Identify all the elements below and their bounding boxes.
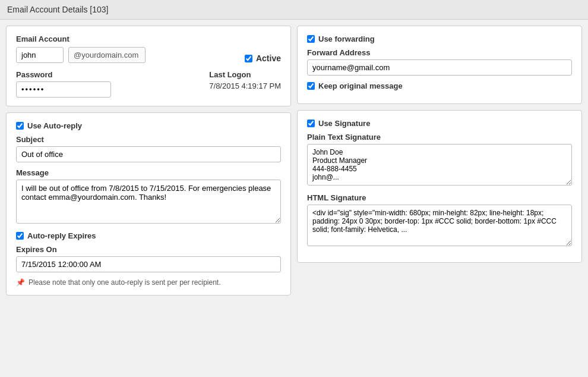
expires-on-label: Expires On xyxy=(16,245,281,254)
email-username-input[interactable] xyxy=(16,47,64,63)
html-sig-textarea[interactable]: <div id="sig" style="min-width: 680px; m… xyxy=(307,205,572,246)
keep-original-label: Keep original message xyxy=(318,81,403,90)
expires-on-input[interactable] xyxy=(16,256,281,272)
expires-checkbox-row: Auto-reply Expires xyxy=(16,231,281,240)
last-logon-value: 7/8/2015 4:19:17 PM xyxy=(209,81,281,90)
subject-input[interactable] xyxy=(16,146,281,162)
use-signature-row: Use Signature xyxy=(307,119,572,128)
signature-card: Use Signature Plain Text Signature John … xyxy=(297,110,582,263)
expires-label: Auto-reply Expires xyxy=(27,231,96,240)
email-account-card: Email Account Active Password Last Logon xyxy=(6,26,291,106)
main-content: Email Account Active Password Last Logon xyxy=(0,20,588,301)
message-textarea[interactable]: I will be out of office from 7/8/2015 to… xyxy=(16,180,281,224)
expires-on-group: Expires On xyxy=(16,245,281,272)
html-sig-group: HTML Signature <div id="sig" style="min-… xyxy=(307,193,572,248)
password-input[interactable] xyxy=(16,81,111,98)
forward-address-label: Forward Address xyxy=(307,48,572,57)
use-signature-checkbox[interactable] xyxy=(307,120,315,127)
subject-group: Subject xyxy=(16,135,281,162)
keep-original-row: Keep original message xyxy=(307,81,572,90)
use-auto-reply-checkbox[interactable] xyxy=(16,122,24,130)
password-group: Password xyxy=(16,70,111,98)
message-label: Message xyxy=(16,168,281,177)
active-checkbox-row: Active xyxy=(245,54,281,63)
forward-address-input[interactable] xyxy=(307,59,572,76)
right-column: Use forwarding Forward Address Keep orig… xyxy=(297,26,582,296)
last-logon-group: Last Logon 7/8/2015 4:19:17 PM xyxy=(209,70,281,90)
email-fields-row xyxy=(16,47,146,63)
use-signature-label: Use Signature xyxy=(318,119,370,128)
email-account-label: Email Account xyxy=(16,34,281,43)
plain-text-sig-group: Plain Text Signature John Doe Product Ma… xyxy=(307,133,572,187)
auto-reply-card: Use Auto-reply Subject Message I will be… xyxy=(6,112,291,296)
email-domain-input xyxy=(68,47,146,63)
left-column: Email Account Active Password Last Logon xyxy=(6,26,291,296)
html-sig-label: HTML Signature xyxy=(307,193,572,202)
last-logon-label: Last Logon xyxy=(209,70,281,79)
keep-original-checkbox[interactable] xyxy=(307,82,315,90)
use-forwarding-checkbox[interactable] xyxy=(307,35,315,43)
message-group: Message I will be out of office from 7/8… xyxy=(16,168,281,225)
active-label: Active xyxy=(256,54,281,63)
page-title: Email Account Details [103] xyxy=(0,0,588,20)
auto-reply-note-text: Please note that only one auto-reply is … xyxy=(29,278,221,287)
forwarding-card: Use forwarding Forward Address Keep orig… xyxy=(297,26,582,104)
auto-reply-expires-checkbox[interactable] xyxy=(16,232,24,240)
subject-label: Subject xyxy=(16,135,281,144)
pin-icon: 📌 xyxy=(16,278,25,287)
use-auto-reply-label: Use Auto-reply xyxy=(27,121,82,130)
use-auto-reply-row: Use Auto-reply xyxy=(16,121,281,130)
use-forwarding-row: Use forwarding xyxy=(307,34,572,43)
use-forwarding-label: Use forwarding xyxy=(318,34,375,43)
plain-text-sig-label: Plain Text Signature xyxy=(307,133,572,142)
auto-reply-note-row: 📌 Please note that only one auto-reply i… xyxy=(16,278,281,287)
active-checkbox[interactable] xyxy=(245,55,252,62)
forward-address-group: Forward Address xyxy=(307,48,572,76)
password-label: Password xyxy=(16,70,111,79)
plain-text-sig-textarea[interactable]: John Doe Product Manager 444-888-4455 jo… xyxy=(307,144,572,186)
